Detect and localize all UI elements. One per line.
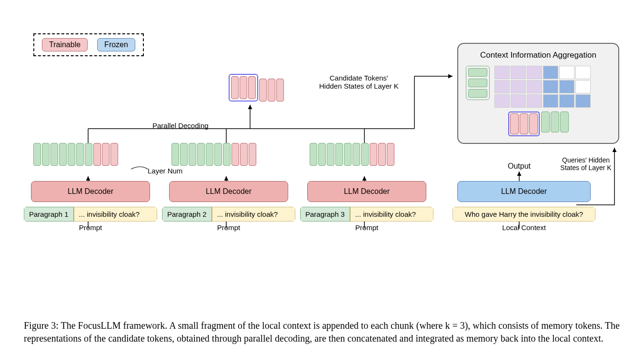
local-context-text: Who gave Harry the invisibility cloak? xyxy=(453,207,595,222)
prompt-text-3: ... invisibility cloak? xyxy=(350,207,433,222)
output-label: Output xyxy=(491,162,548,171)
paragraph-label-2: Paragraph 2 xyxy=(162,207,212,222)
prompt-text-2: ... invisibility cloak? xyxy=(212,207,295,222)
parallel-decoding-label: Parallel Decoding xyxy=(152,121,209,130)
local-context-label: Local Context xyxy=(502,223,546,232)
figure-caption: Figure 3: The FocusLLM framework. A smal… xyxy=(24,319,620,345)
prompt-text-1: ... invisibility cloak? xyxy=(74,207,157,222)
prompt-label-2: Prompt xyxy=(217,223,240,232)
paragraph-label-3: Paragraph 3 xyxy=(300,207,350,222)
agg-title: Context Information Aggregation xyxy=(466,51,611,60)
candidate-token-stack xyxy=(229,74,284,101)
token-stack-3 xyxy=(310,143,394,166)
queries-label: Queries' Hidden States of Layer K xyxy=(555,156,617,172)
diagram-area: LLM Decoder Paragraph 1 ... invisibility… xyxy=(24,29,619,276)
llm-decoder-1: LLM Decoder xyxy=(31,181,150,202)
agg-grid xyxy=(466,66,611,108)
token-stack-2 xyxy=(171,143,256,166)
chunk-col-1: LLM Decoder Paragraph 1 ... invisibility… xyxy=(24,143,157,232)
paragraph-label-1: Paragraph 1 xyxy=(24,207,74,222)
prompt-label-3: Prompt xyxy=(355,223,378,232)
llm-decoder-3: LLM Decoder xyxy=(307,181,426,202)
output-token-row xyxy=(466,111,611,136)
query-column xyxy=(466,66,490,100)
input-tag-1: Paragraph 1 ... invisibility cloak? xyxy=(24,207,157,222)
chunk-col-3: LLM Decoder Paragraph 3 ... invisibility… xyxy=(300,143,433,232)
input-tag-2: Paragraph 2 ... invisibility cloak? xyxy=(162,207,295,222)
llm-decoder-2: LLM Decoder xyxy=(169,181,288,202)
input-tag-3: Paragraph 3 ... invisibility cloak? xyxy=(300,207,433,222)
aggregation-panel: Context Information Aggregation xyxy=(457,43,619,144)
llm-decoder-local: LLM Decoder xyxy=(457,181,591,202)
layer-num-label: Layer Num xyxy=(148,167,182,175)
candidate-label: Candidate Tokens' Hidden States of Layer… xyxy=(319,74,399,90)
token-stack-1 xyxy=(33,143,118,166)
chunk-col-2: LLM Decoder Paragraph 2 ... invisibility… xyxy=(162,143,295,232)
local-context-tag: Who gave Harry the invisibility cloak? xyxy=(453,207,595,222)
prompt-label-1: Prompt xyxy=(79,223,102,232)
attention-matrix xyxy=(494,66,591,108)
local-context-col: LLM Decoder Who gave Harry the invisibil… xyxy=(453,176,595,232)
